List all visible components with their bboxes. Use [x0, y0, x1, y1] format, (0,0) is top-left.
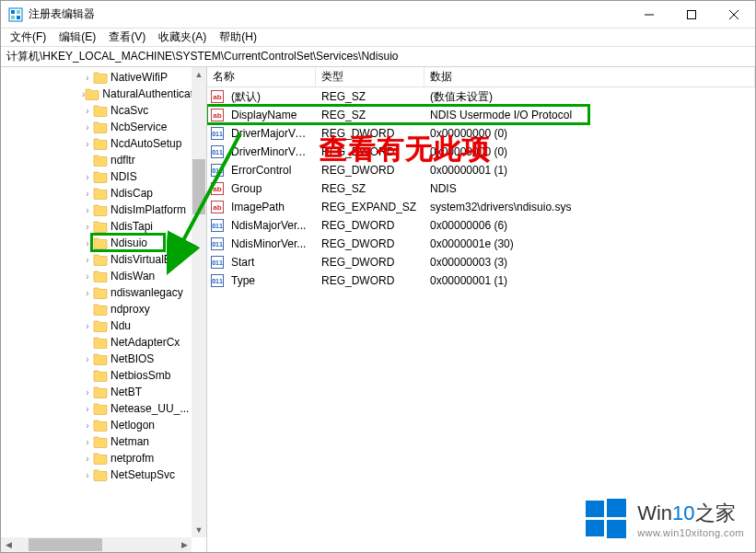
- tree-item-ndis[interactable]: ›NDIS: [3, 168, 206, 185]
- tree-item-netbt[interactable]: ›NetBT: [3, 384, 206, 400]
- tree-scrollbar-horizontal[interactable]: ◀ ▶: [1, 537, 192, 552]
- col-data[interactable]: 数据: [425, 67, 755, 86]
- col-name[interactable]: 名称: [207, 67, 316, 86]
- menu-file[interactable]: 文件(F): [5, 28, 52, 47]
- value-row[interactable]: 011DriverMajorVe...REG_DWORD0x00000000 (…: [207, 124, 755, 143]
- maximize-button[interactable]: [670, 1, 713, 29]
- tree-item-label: NetAdapterCx: [110, 336, 180, 349]
- tree-item-netman[interactable]: ›Netman: [3, 433, 206, 450]
- tree-item-ndproxy[interactable]: ndproxy: [3, 301, 206, 317]
- expander-icon[interactable]: ›: [82, 470, 93, 480]
- value-data: 0x00000003 (3): [425, 256, 755, 269]
- tree-item-ndisimplatform[interactable]: ›NdisImPlatform: [3, 202, 206, 218]
- col-type[interactable]: 类型: [316, 67, 425, 86]
- value-name: ErrorControl: [226, 164, 316, 177]
- tree-item-netbios[interactable]: ›NetBIOS: [3, 351, 206, 367]
- tree-item-ncdautosetup[interactable]: ›NcdAutoSetup: [3, 135, 206, 152]
- expander-icon[interactable]: ›: [82, 122, 93, 132]
- svg-rect-34: [586, 520, 604, 536]
- tree-item-netlogon[interactable]: ›Netlogon: [3, 417, 206, 433]
- tree-item-ndiscap[interactable]: ›NdisCap: [3, 185, 206, 202]
- menu-view[interactable]: 查看(V): [103, 28, 151, 47]
- tree-item-netbiossmb[interactable]: NetbiosSmb: [3, 367, 206, 384]
- scroll-right-icon[interactable]: ▶: [177, 537, 192, 552]
- values-list[interactable]: ab(默认)REG_SZ(数值未设置)abDisplayNameREG_SZND…: [207, 87, 755, 552]
- tree-item-label: netprofm: [110, 452, 154, 465]
- value-type-icon: 011: [207, 164, 226, 177]
- tree-item-label: Ndisuio: [110, 236, 147, 249]
- tree-item-ndiswan[interactable]: ›NdisWan: [3, 268, 206, 284]
- scroll-left-icon[interactable]: ◀: [1, 537, 16, 552]
- value-row[interactable]: 011ErrorControlREG_DWORD0x00000001 (1): [207, 161, 755, 179]
- minimize-button[interactable]: [628, 1, 670, 29]
- tree-item-ndiswanlegacy[interactable]: ›ndiswanlegacy: [3, 284, 206, 301]
- expander-icon[interactable]: ›: [82, 222, 93, 232]
- menubar: 文件(F) 编辑(E) 查看(V) 收藏夹(A) 帮助(H): [1, 29, 755, 47]
- value-row[interactable]: 011DriverMinorVe...REG_DWORD0x00000000 (…: [207, 143, 755, 161]
- tree-item-ncbservice[interactable]: ›NcbService: [3, 119, 206, 135]
- expander-icon[interactable]: ›: [82, 238, 93, 248]
- tree-item-nativewifip[interactable]: ›NativeWifiP: [3, 69, 206, 86]
- regedit-icon: [8, 7, 23, 22]
- expander-icon[interactable]: ›: [82, 288, 93, 298]
- expander-icon[interactable]: ›: [82, 421, 93, 431]
- value-row[interactable]: 011NdisMinorVer...REG_DWORD0x0000001e (3…: [207, 235, 755, 253]
- scroll-thumb[interactable]: [29, 538, 102, 551]
- tree-item-naturalauthentication[interactable]: ›NaturalAuthentication: [3, 86, 206, 102]
- tree-item-label: NetBIOS: [110, 352, 154, 365]
- value-row[interactable]: 011StartREG_DWORD0x00000003 (3): [207, 253, 755, 271]
- tree-item-ndu[interactable]: ›Ndu: [3, 317, 206, 334]
- value-row[interactable]: 011NdisMajorVer...REG_DWORD0x00000006 (6…: [207, 216, 755, 235]
- expander-icon[interactable]: ›: [82, 404, 93, 414]
- tree-item-ndfltr[interactable]: ndfltr: [3, 152, 206, 168]
- expander-icon[interactable]: ›: [82, 437, 93, 447]
- main-split: ›NativeWifiP›NaturalAuthentication›NcaSv…: [1, 67, 755, 552]
- expander-icon[interactable]: ›: [82, 454, 93, 464]
- value-name: (默认): [226, 89, 316, 105]
- tree-item-netease-uu-[interactable]: ›Netease_UU_...: [3, 400, 206, 417]
- registry-tree[interactable]: ›NativeWifiP›NaturalAuthentication›NcaSv…: [1, 67, 206, 485]
- tree-item-ndistapi[interactable]: ›NdisTapi: [3, 218, 206, 235]
- menu-edit[interactable]: 编辑(E): [53, 28, 101, 47]
- value-row[interactable]: abGroupREG_SZNDIS: [207, 179, 755, 198]
- tree-item-ndisvirtualbus[interactable]: ›NdisVirtualBus: [3, 251, 206, 268]
- expander-icon[interactable]: ›: [82, 205, 93, 215]
- expander-icon[interactable]: ›: [82, 255, 93, 265]
- tree-item-ncasvc[interactable]: ›NcaSvc: [3, 102, 206, 119]
- value-row[interactable]: abDisplayNameREG_SZNDIS Usermode I/O Pro…: [207, 106, 755, 124]
- value-row[interactable]: abImagePathREG_EXPAND_SZsystem32\drivers…: [207, 198, 755, 216]
- expander-icon[interactable]: ›: [82, 271, 93, 282]
- scroll-up-icon[interactable]: ▲: [192, 67, 206, 82]
- expander-icon[interactable]: ›: [82, 139, 93, 149]
- value-type-icon: 011: [207, 256, 226, 269]
- menu-favorites[interactable]: 收藏夹(A): [153, 28, 212, 47]
- expander-icon[interactable]: ›: [82, 106, 93, 116]
- tree-item-label: NdisVirtualBus: [110, 253, 182, 266]
- value-type-icon: 011: [207, 219, 226, 232]
- value-type: REG_SZ: [316, 109, 425, 121]
- expander-icon[interactable]: ›: [82, 354, 93, 364]
- expander-icon[interactable]: ›: [82, 172, 93, 182]
- close-button[interactable]: [713, 1, 755, 29]
- expander-icon[interactable]: ›: [82, 73, 93, 83]
- expander-icon[interactable]: ›: [82, 321, 93, 331]
- tree-scrollbar-vertical[interactable]: ▲ ▼: [192, 67, 206, 537]
- value-type-icon: ab: [207, 90, 226, 103]
- svg-text:ab: ab: [213, 111, 221, 120]
- scroll-thumb[interactable]: [192, 159, 205, 214]
- tree-item-netadaptercx[interactable]: NetAdapterCx: [3, 334, 206, 351]
- scroll-down-icon[interactable]: ▼: [192, 523, 206, 537]
- tree-item-netsetupsvc[interactable]: ›NetSetupSvc: [3, 467, 206, 483]
- value-data: 0x00000006 (6): [425, 219, 755, 232]
- address-input[interactable]: [6, 51, 750, 63]
- expander-icon[interactable]: ›: [82, 189, 93, 199]
- expander-icon[interactable]: ›: [82, 387, 93, 397]
- tree-pane: ›NativeWifiP›NaturalAuthentication›NcaSv…: [1, 67, 207, 552]
- menu-help[interactable]: 帮助(H): [214, 28, 262, 47]
- value-row[interactable]: 011TypeREG_DWORD0x00000001 (1): [207, 271, 755, 290]
- svg-text:ab: ab: [213, 203, 221, 212]
- value-row[interactable]: ab(默认)REG_SZ(数值未设置): [207, 87, 755, 106]
- tree-item-netprofm[interactable]: ›netprofm: [3, 450, 206, 467]
- value-name: DriverMinorVe...: [226, 145, 316, 158]
- tree-item-ndisuio[interactable]: ›Ndisuio: [3, 235, 206, 251]
